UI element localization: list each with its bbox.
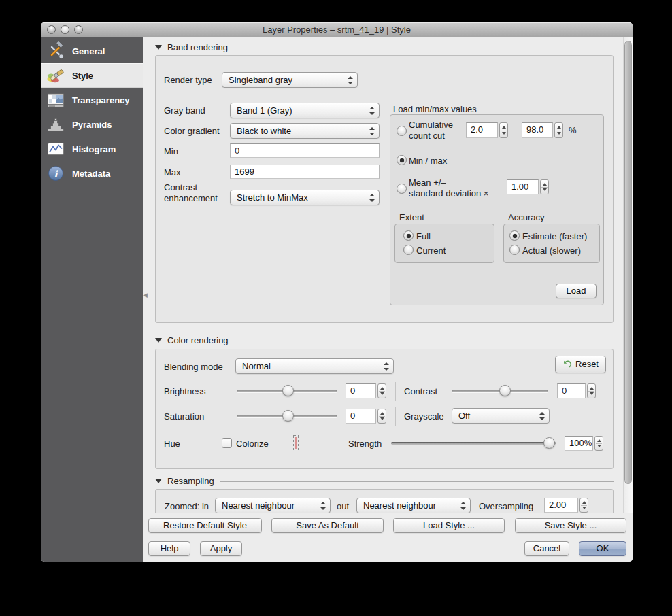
colorize-label: Colorize [236, 439, 269, 449]
ok-button[interactable]: OK [579, 541, 626, 556]
help-button[interactable]: Help [148, 541, 190, 556]
extent-full-radio[interactable] [403, 230, 414, 241]
style-scroll-area: Band rendering Render type Singleband gr… [143, 37, 633, 513]
accuracy-actual-label: Actual (slower) [522, 245, 581, 256]
oversampling-input[interactable]: 2.00 [544, 498, 578, 513]
contrast-input[interactable]: 0 [557, 383, 586, 398]
load-style-button[interactable]: Load Style ... [393, 518, 505, 533]
slider-knob[interactable] [282, 410, 294, 422]
section-rule [233, 48, 614, 48]
sidebar-item-histogram[interactable]: Histogram [41, 137, 143, 161]
strength-stepper[interactable] [594, 436, 603, 451]
strength-label: Strength [348, 439, 382, 449]
contrast-slider[interactable] [452, 385, 548, 396]
sidebar-item-metadata[interactable]: i Metadata [41, 161, 143, 186]
min-max-label: Min / max [409, 156, 447, 166]
collapse-triangle-icon[interactable] [155, 338, 162, 343]
color-rendering-header: Color rendering [155, 335, 614, 345]
accuracy-group: Estimate (faster) Actual (slower) [503, 224, 600, 263]
accuracy-estimate-label: Estimate (faster) [522, 231, 587, 241]
max-input[interactable]: 1699 [230, 165, 380, 179]
strength-input[interactable]: 100% [565, 436, 593, 451]
cumulative-count-cut-label: Cumulative count cut [409, 120, 463, 141]
min-max-radio[interactable] [397, 155, 407, 165]
slider-knob[interactable] [282, 385, 294, 396]
resampling-header: Resampling [155, 475, 614, 486]
brightness-slider[interactable] [237, 385, 337, 396]
save-style-button[interactable]: Save Style ... [515, 518, 626, 533]
sidebar-item-label: Transparency [72, 95, 130, 105]
blending-mode-select[interactable]: Normal [235, 358, 394, 374]
brightness-input[interactable]: 0 [346, 383, 376, 398]
slider-knob[interactable] [499, 385, 511, 396]
color-gradient-select[interactable]: Black to white [230, 123, 380, 139]
extent-title: Extent [399, 212, 424, 222]
reset-button[interactable]: Reset [555, 356, 606, 373]
saturation-slider[interactable] [237, 410, 337, 422]
collapse-triangle-icon[interactable] [155, 479, 162, 483]
updown-arrows-icon [369, 127, 375, 135]
vertical-scrollbar[interactable] [623, 37, 633, 513]
splitter-collapse-icon[interactable]: ◀ [143, 292, 148, 298]
sidebar-item-pyramids[interactable]: Pyramids [41, 112, 143, 137]
colorize-checkbox[interactable] [222, 438, 232, 448]
restore-default-style-button[interactable]: Restore Default Style [148, 518, 262, 533]
color-gradient-label: Color gradient [164, 126, 220, 136]
colorize-color-button[interactable] [293, 435, 299, 451]
cumulative-from-stepper[interactable] [499, 122, 508, 138]
min-input[interactable]: 0 [230, 143, 380, 158]
color-swatch [295, 437, 297, 449]
slider-knob[interactable] [543, 437, 555, 449]
cumulative-to-input[interactable]: 98.0 [522, 122, 553, 138]
layer-properties-window: Layer Properties – srtm_41_19 | Style Ge… [41, 22, 633, 562]
sidebar-item-transparency[interactable]: Transparency [41, 88, 143, 112]
grayscale-select[interactable]: Off [452, 408, 550, 424]
updown-arrows-icon [539, 412, 545, 420]
cancel-button[interactable]: Cancel [524, 541, 569, 556]
collapse-triangle-icon[interactable] [155, 45, 162, 50]
scrollbar-thumb[interactable] [624, 41, 632, 484]
save-as-default-button[interactable]: Save As Default [271, 518, 384, 533]
cumulative-count-cut-radio[interactable] [397, 126, 407, 136]
band-rendering-group: Render type Singleband gray Gray band Ba… [155, 55, 614, 323]
cumulative-to-stepper[interactable] [554, 122, 563, 138]
brightness-stepper[interactable] [377, 383, 386, 398]
saturation-label: Saturation [164, 411, 204, 422]
apply-button[interactable]: Apply [200, 541, 242, 556]
accuracy-actual-radio[interactable] [509, 245, 520, 255]
stddev-stepper[interactable] [540, 179, 549, 194]
window-title: Layer Properties – srtm_41_19 | Style [41, 24, 633, 35]
section-rule [220, 481, 614, 482]
strength-slider[interactable] [391, 437, 556, 449]
section-title: Color rendering [167, 335, 229, 345]
gray-band-label: Gray band [164, 105, 205, 116]
oversampling-stepper[interactable] [579, 498, 588, 513]
load-button[interactable]: Load [556, 284, 597, 298]
saturation-stepper[interactable] [377, 409, 386, 424]
accuracy-estimate-radio[interactable] [509, 230, 520, 241]
extent-current-radio[interactable] [403, 245, 414, 255]
contrast-enhancement-select[interactable]: Stretch to MinMax [230, 190, 380, 205]
sidebar-item-general[interactable]: General [41, 39, 143, 63]
zoomed-out-select[interactable]: Nearest neighbour [356, 498, 471, 513]
titlebar[interactable]: Layer Properties – srtm_41_19 | Style [41, 22, 633, 37]
info-icon: i [46, 164, 65, 183]
stddev-input[interactable]: 1.00 [507, 179, 539, 194]
sidebar-item-label: Style [72, 71, 93, 81]
divider [395, 407, 396, 426]
saturation-input[interactable]: 0 [346, 409, 376, 424]
zoomed-in-select[interactable]: Nearest neighbour [215, 498, 331, 513]
render-type-select[interactable]: Singleband gray [222, 72, 358, 88]
mean-stddev-radio[interactable] [397, 184, 407, 194]
style-panel: Band rendering Render type Singleband gr… [143, 37, 633, 562]
sidebar-item-style[interactable]: Style [41, 63, 143, 88]
mean-stddev-label-line1: Mean +/– [409, 177, 446, 188]
gray-band-select[interactable]: Band 1 (Gray) [230, 103, 380, 118]
paintbrush-icon [46, 66, 65, 85]
resampling-group: Zoomed: in Nearest neighbour out Nearest… [155, 489, 614, 513]
contrast-stepper[interactable] [587, 383, 596, 398]
section-title: Resampling [167, 476, 214, 486]
cumulative-from-input[interactable]: 2.0 [466, 122, 498, 138]
updown-arrows-icon [369, 194, 375, 202]
brightness-label: Brightness [164, 386, 205, 396]
